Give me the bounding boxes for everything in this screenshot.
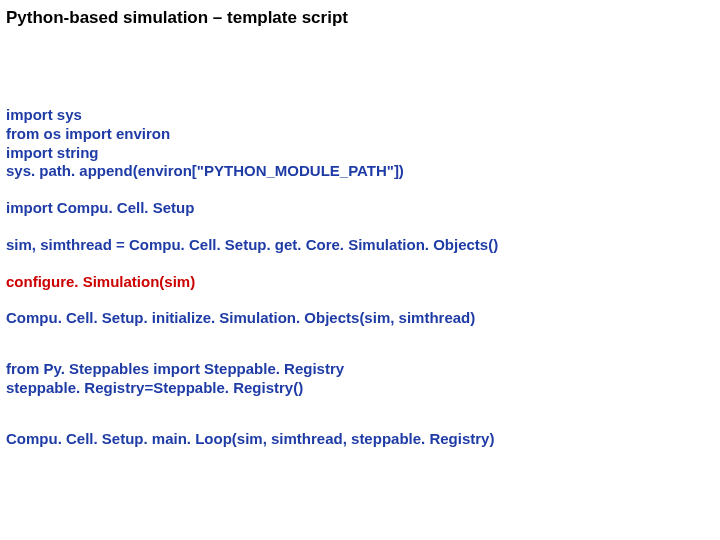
code-line-highlight: configure. Simulation(sim)	[6, 273, 714, 292]
code-line: sys. path. append(environ["PYTHON_MODULE…	[6, 162, 714, 181]
code-block: import sys from os import environ import…	[6, 106, 714, 448]
code-line: sim, simthread = Compu. Cell. Setup. get…	[6, 236, 714, 255]
code-line: import sys	[6, 106, 714, 125]
code-line: import string	[6, 144, 714, 163]
code-line: import Compu. Cell. Setup	[6, 199, 714, 218]
code-line: Compu. Cell. Setup. main. Loop(sim, simt…	[6, 430, 714, 449]
code-line: from Py. Steppables import Steppable. Re…	[6, 360, 714, 379]
slide: Python-based simulation – template scrip…	[0, 0, 720, 456]
code-line: from os import environ	[6, 125, 714, 144]
code-line: Compu. Cell. Setup. initialize. Simulati…	[6, 309, 714, 328]
slide-title: Python-based simulation – template scrip…	[6, 8, 714, 28]
code-line: steppable. Registry=Steppable. Registry(…	[6, 379, 714, 398]
